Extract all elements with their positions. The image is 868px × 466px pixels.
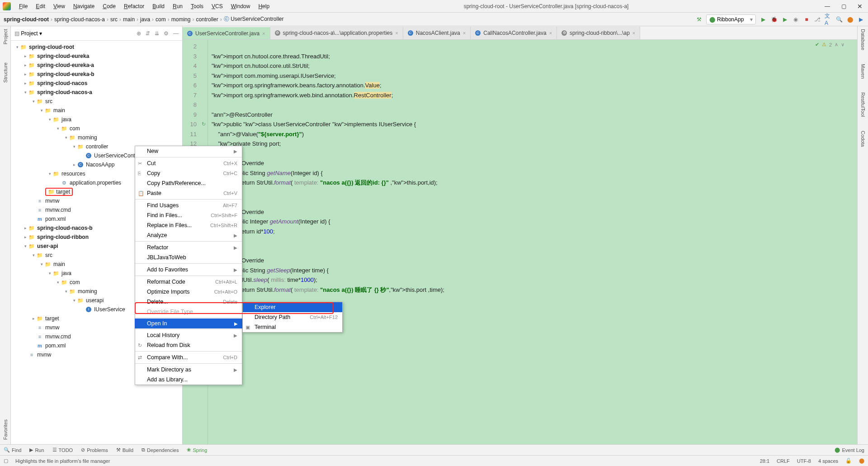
- tree-node-spring-cloud-root[interactable]: ▾📁spring-cloud-root: [11, 43, 182, 52]
- menu-refactor[interactable]: Refactor: [120, 2, 148, 11]
- todo-tool-button[interactable]: ☰ TODO: [52, 447, 73, 453]
- project-view-selector[interactable]: ▤ Project ▾: [14, 30, 42, 37]
- structure-tool-button[interactable]: Structure: [3, 62, 8, 83]
- tree-node-java[interactable]: ▾📁java: [11, 115, 182, 124]
- ctx-analyze[interactable]: Analyze▶: [135, 230, 242, 240]
- ide-settings-icon[interactable]: ▶: [857, 16, 864, 23]
- ctx-override-file-type[interactable]: Override File Type: [135, 307, 242, 317]
- ctx-directory-path[interactable]: Directory PathCtrl+Alt+F12: [243, 312, 342, 322]
- ctx-replace-in-files-[interactable]: Replace in Files...Ctrl+Shift+R: [135, 220, 242, 230]
- menu-file[interactable]: File: [15, 2, 31, 11]
- ctx-explorer[interactable]: Explorer: [243, 302, 342, 312]
- hide-icon[interactable]: ―: [173, 30, 179, 37]
- ctx-delete-[interactable]: Delete...Delete: [135, 297, 242, 307]
- indent-config[interactable]: 4 spaces: [818, 458, 838, 464]
- tree-node-main[interactable]: ▾📁main: [11, 106, 182, 115]
- search-icon[interactable]: 🔍: [835, 16, 843, 23]
- build-tool-button[interactable]: ⚒ Build: [116, 447, 133, 453]
- readonly-icon[interactable]: 🔓: [845, 458, 852, 464]
- dependencies-tool-button[interactable]: ⧉ Dependencies: [142, 447, 179, 453]
- tree-node-moming[interactable]: ▾📁moming: [11, 133, 182, 142]
- ctx-local-history[interactable]: Local History▶: [135, 330, 242, 340]
- menu-vcs[interactable]: VCS: [208, 2, 226, 11]
- ctx-add-as-library-[interactable]: Add as Library...: [135, 375, 242, 385]
- editor-tab[interactable]: CUserServiceController.java×: [183, 27, 270, 40]
- menu-view[interactable]: View: [50, 2, 69, 11]
- ctx-cut[interactable]: ✂CutCtrl+X: [135, 158, 242, 168]
- code-editor[interactable]: 2345678910111213141516171819202122232425…: [183, 40, 857, 444]
- run-icon[interactable]: ▶: [760, 16, 767, 23]
- tree-node-spring-cloud-eureka-b[interactable]: ▸📁spring-cloud-eureka-b: [11, 70, 182, 79]
- menu-tools[interactable]: Tools: [187, 2, 207, 11]
- ctx-open-in[interactable]: Open In▶: [135, 319, 242, 328]
- spring-tool-button[interactable]: ❀ Spring: [187, 447, 207, 453]
- breadcrumb[interactable]: spring-cloud-root›spring-cloud-nacos-a›s…: [4, 15, 695, 23]
- ctx-reload-from-disk[interactable]: ↻Reload from Disk: [135, 340, 242, 350]
- breadcrumb-segment[interactable]: ⓒ UserServiceController: [224, 15, 284, 23]
- maven-tool-button[interactable]: Maven: [860, 64, 866, 79]
- ctx-reformat-code[interactable]: Reformat CodeCtrl+Alt+L: [135, 277, 242, 287]
- ctx-compare-with-[interactable]: ⇄Compare With...Ctrl+D: [135, 352, 242, 362]
- ctx-terminal[interactable]: ▣Terminal: [243, 322, 342, 332]
- tree-node-spring-cloud-nacos-a[interactable]: ▾📁spring-cloud-nacos-a: [11, 88, 182, 97]
- breadcrumb-segment[interactable]: java: [140, 16, 150, 23]
- coverage-icon[interactable]: ▶: [781, 16, 788, 23]
- run-config-selector[interactable]: ⬤RibbonApp▾: [706, 14, 756, 24]
- stop-icon[interactable]: ■: [803, 16, 810, 23]
- run-tool-button[interactable]: ▶ Run: [29, 447, 44, 453]
- updates-icon[interactable]: ⬤: [846, 16, 854, 23]
- menu-edit[interactable]: Edit: [32, 2, 49, 11]
- menu-code[interactable]: Code: [99, 2, 119, 11]
- breadcrumb-segment[interactable]: spring-cloud-root: [4, 16, 49, 23]
- close-tab-icon[interactable]: ×: [262, 31, 265, 36]
- codota-tool-button[interactable]: Codota: [860, 131, 866, 147]
- project-tool-button[interactable]: Project: [3, 29, 8, 44]
- tree-node-src[interactable]: ▾📁src: [11, 97, 182, 106]
- editor-tab[interactable]: CNacosAClient.java×: [403, 27, 471, 39]
- breadcrumb-segment[interactable]: controller: [196, 16, 218, 23]
- debug-icon[interactable]: 🐞: [770, 16, 778, 23]
- database-tool-button[interactable]: Database: [860, 29, 866, 50]
- build-icon[interactable]: ⚒: [695, 16, 703, 23]
- ctx-new[interactable]: New▶: [135, 146, 242, 156]
- expand-icon[interactable]: ⇵: [146, 30, 150, 37]
- caret-position[interactable]: 28:1: [760, 458, 769, 464]
- ctx-find-usages[interactable]: Find UsagesAlt+F7: [135, 200, 242, 210]
- memory-icon[interactable]: ⬤: [859, 458, 864, 464]
- context-menu[interactable]: New▶✂CutCtrl+X⎘CopyCtrl+CCopy Path/Refer…: [135, 146, 242, 385]
- settings-icon[interactable]: ⚙: [164, 30, 169, 37]
- find-tool-button[interactable]: 🔍 Find: [4, 447, 21, 453]
- tree-node-spring-cloud-eureka[interactable]: ▸📁spring-cloud-eureka: [11, 52, 182, 61]
- ctx-copy-path-reference-[interactable]: Copy Path/Reference...: [135, 178, 242, 188]
- close-button[interactable]: ✕: [852, 0, 868, 13]
- close-tab-icon[interactable]: ×: [632, 30, 635, 36]
- chevron-up-icon[interactable]: ∧: [835, 42, 838, 48]
- editor-tab[interactable]: ⚙spring-cloud-nacos-a\...\application.pr…: [270, 27, 403, 39]
- close-tab-icon[interactable]: ×: [463, 30, 466, 36]
- menu-build[interactable]: Build: [149, 2, 168, 11]
- breadcrumb-segment[interactable]: main: [123, 16, 135, 23]
- menu-navigate[interactable]: Navigate: [70, 2, 98, 11]
- editor-tab[interactable]: CCallNacosAController.java×: [471, 27, 557, 39]
- line-separator[interactable]: CRLF: [777, 458, 790, 464]
- minimize-button[interactable]: ―: [819, 0, 835, 13]
- ctx-add-to-favorites[interactable]: Add to Favorites▶: [135, 265, 242, 275]
- tree-node-com[interactable]: ▾📁com: [11, 124, 182, 133]
- locate-icon[interactable]: ⊕: [137, 30, 141, 37]
- ctx-jbljavatoweb[interactable]: JBLJavaToWeb: [135, 252, 242, 262]
- menu-window[interactable]: Window: [227, 2, 254, 11]
- favorites-tool-button[interactable]: Favorites: [3, 419, 8, 440]
- quick-list-icon[interactable]: ▢: [4, 458, 8, 464]
- ctx-copy[interactable]: ⎘CopyCtrl+C: [135, 168, 242, 178]
- open-in-submenu[interactable]: ExplorerDirectory PathCtrl+Alt+F12▣Termi…: [242, 302, 343, 333]
- close-tab-icon[interactable]: ×: [395, 30, 398, 36]
- inspection-widget[interactable]: ✔ ⚠2 ∧ ∨: [815, 42, 844, 48]
- problems-tool-button[interactable]: ⊘ Problems: [81, 447, 108, 453]
- breadcrumb-segment[interactable]: com: [156, 16, 166, 23]
- maximize-button[interactable]: ▢: [835, 0, 852, 13]
- profile-icon[interactable]: ◉: [792, 16, 799, 23]
- collapse-icon[interactable]: ⇊: [155, 30, 159, 37]
- ctx-optimize-imports[interactable]: Optimize ImportsCtrl+Alt+O: [135, 287, 242, 297]
- menu-run[interactable]: Run: [169, 2, 186, 11]
- ctx-refactor[interactable]: Refactor▶: [135, 243, 242, 252]
